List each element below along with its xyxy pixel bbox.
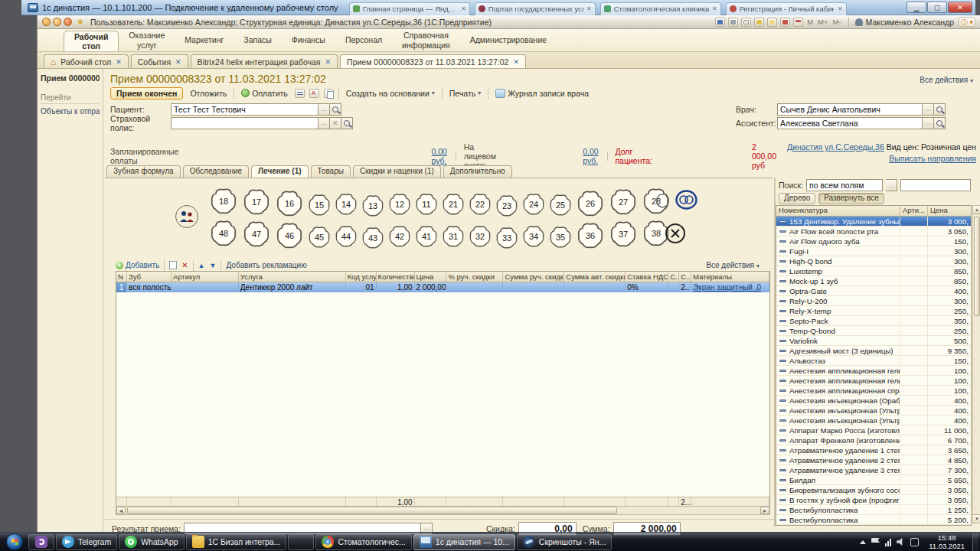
tooth-34[interactable]: 34 xyxy=(522,223,545,249)
header-cell[interactable]: % руч. скидки xyxy=(446,272,503,282)
show-desktop-button[interactable] xyxy=(972,533,978,551)
section-tab[interactable]: Запасы xyxy=(234,29,282,51)
create-based-on-button[interactable]: Создать на основании ▾ xyxy=(344,88,437,99)
section-tab[interactable]: Маркетинг xyxy=(175,29,234,51)
current-user[interactable]: Максименко Александр xyxy=(848,18,954,27)
row-cell[interactable] xyxy=(564,282,626,292)
scroll-up-icon[interactable]: ▲ xyxy=(973,206,980,214)
grid-all-actions-button[interactable]: Все действия ▾ xyxy=(706,261,760,269)
restore-button[interactable]: ▢ xyxy=(927,2,947,13)
doctor-journal-button[interactable]: Журнал записи врача xyxy=(493,88,591,99)
nomenclature-row[interactable]: High-Q bond300, xyxy=(776,256,971,266)
row-cell[interactable]: вся полость xyxy=(127,282,172,292)
nomenclature-row[interactable]: Анестезия инъекционная (Ораблок)400, xyxy=(776,396,971,406)
window-tab-close-icon[interactable]: ✕ xyxy=(116,58,122,66)
taskbar-button-whatsapp[interactable]: WhatsApp xyxy=(119,534,184,550)
nomenclature-row[interactable]: Адгезивный мост (3 единицы)9 350, xyxy=(776,346,971,356)
tooth-46[interactable]: 46 xyxy=(275,223,304,249)
section-tab[interactable]: Персонал xyxy=(335,29,392,51)
scrollbar-thumb[interactable] xyxy=(127,507,617,514)
tooth-13[interactable]: 13 xyxy=(361,193,384,219)
save-icon[interactable] xyxy=(715,18,725,27)
horizontal-scrollbar[interactable]: ◄ ► xyxy=(116,506,770,515)
taskbar-button-viber[interactable] xyxy=(28,534,54,550)
app-menu-icon[interactable] xyxy=(42,18,51,26)
nomenclature-row[interactable]: Rely-U-200300, xyxy=(776,296,971,306)
header-cell[interactable]: Количество xyxy=(377,272,415,282)
close-button[interactable]: ✕ xyxy=(948,2,972,13)
calendar-icon[interactable] xyxy=(793,18,803,27)
info-dropdown-button[interactable]: ⓘ ▾ xyxy=(959,17,975,27)
scroll-left-icon[interactable]: ◄ xyxy=(116,507,126,514)
header-cell[interactable]: N xyxy=(116,272,127,282)
browser-tab[interactable]: Стоматологическая клиника Д...✕ xyxy=(600,2,721,15)
column-price[interactable]: Цена xyxy=(928,206,971,216)
tab-1[interactable]: Зубная формула xyxy=(106,165,181,178)
clear-selection-icon[interactable] xyxy=(665,223,686,246)
calculator-icon[interactable] xyxy=(780,18,790,27)
keyboard-icon[interactable] xyxy=(910,538,919,546)
nomenclature-row[interactable]: Septo-Pack350, xyxy=(776,316,971,326)
nomenclature-row[interactable]: Анестезия аппликационная гель100, xyxy=(776,376,971,386)
nomenclature-row[interactable]: Luxotemp850, xyxy=(776,266,971,276)
nomenclature-row[interactable]: Анестезия аппликационная гель100, xyxy=(776,366,971,376)
policy-open-button[interactable] xyxy=(341,117,353,129)
window-tab-close-icon[interactable]: ✕ xyxy=(325,58,332,66)
header-cell[interactable]: Сумма руч. скидки xyxy=(503,272,564,282)
nomenclature-row[interactable]: Mock-up 1 зуб850, xyxy=(776,276,971,286)
tooth-26[interactable]: 26 xyxy=(576,191,605,217)
nomenclature-row[interactable]: Variolink500, xyxy=(776,336,971,346)
taskbar-button-telegram[interactable]: Telegram xyxy=(56,534,117,550)
header-cell[interactable]: Ставка НДС xyxy=(626,272,668,282)
preview-icon[interactable] xyxy=(741,18,751,27)
move-down-icon[interactable]: ▼ xyxy=(210,262,217,269)
nomenclature-row[interactable]: В гостях у зубной феи (профгигиена, у...… xyxy=(776,495,971,505)
row-cell[interactable] xyxy=(446,282,503,292)
section-tab[interactable]: Рабочий стол xyxy=(64,31,119,51)
nomenclature-row[interactable]: Атравматичное удаление 1 степени сл...3 … xyxy=(776,445,971,455)
tooth-27[interactable]: 27 xyxy=(609,189,638,215)
document-icon[interactable] xyxy=(324,89,334,98)
tooth-21[interactable]: 21 xyxy=(442,191,465,217)
form-all-actions-button[interactable]: Все действия ▾ xyxy=(920,76,973,84)
report-icon[interactable] xyxy=(295,89,305,98)
tooth-37[interactable]: 37 xyxy=(609,221,638,247)
taskbar-button-screenshot[interactable]: Скриншоты - Ян... xyxy=(517,534,612,550)
window-tab[interactable]: Прием 00000008323 от 11.03.2021 13:27:02… xyxy=(340,54,526,68)
section-tab[interactable]: Финансы xyxy=(282,29,335,51)
nomenclature-row[interactable]: Альвостаз150, xyxy=(776,356,971,366)
nomenclature-row[interactable]: Air Flow одного зуба150, xyxy=(776,236,971,246)
patient-select-button[interactable]: … xyxy=(318,103,330,116)
expand-all-button[interactable]: Развернуть все xyxy=(818,193,884,204)
window-tab[interactable]: События✕ xyxy=(131,54,188,68)
assistant-select-button[interactable]: … xyxy=(923,117,934,129)
tooth-42[interactable]: 42 xyxy=(388,223,411,249)
section-tab[interactable]: Оказание услуг xyxy=(119,29,175,51)
row-cell[interactable]: 2.. xyxy=(679,282,691,292)
nomenclature-row[interactable]: Биоревитализация зубного сосочка3 050, xyxy=(776,485,971,495)
policy-clear-button[interactable]: ✕ xyxy=(330,117,341,129)
tab-2[interactable]: Обследование xyxy=(183,165,249,178)
add-claim-button[interactable]: Добавить рекламацию xyxy=(226,261,306,269)
nomenclature-row[interactable]: Вестибулопластика5 200, xyxy=(776,515,971,525)
tooth-47[interactable]: 47 xyxy=(242,221,271,247)
browser-tab-close-icon[interactable]: ✕ xyxy=(712,5,717,12)
hold-button[interactable]: Отложить xyxy=(188,88,229,99)
tooth-36[interactable]: 36 xyxy=(576,223,605,249)
nomenclature-row[interactable]: Optra-Gate400, xyxy=(776,286,971,296)
tree-button[interactable]: Дерево xyxy=(779,193,815,204)
nomenclature-row[interactable]: Аппарат Френкеля (изготовление)6 700, xyxy=(776,435,971,445)
memory-m-button[interactable]: M xyxy=(807,18,813,26)
memory-mplus-button[interactable]: M+ xyxy=(818,18,828,26)
row-cell[interactable] xyxy=(503,282,564,292)
row-cell[interactable]: Дентикюр 2000 лайт xyxy=(239,282,346,292)
table-row[interactable]: 1вся полостьДентикюр 2000 лайт011,002 00… xyxy=(116,282,769,292)
favorites-icon[interactable] xyxy=(767,18,777,27)
doctor-select-button[interactable]: … xyxy=(923,103,934,116)
hidden-icons-chevron[interactable] xyxy=(860,540,866,544)
tooth-18[interactable]: 18 xyxy=(209,188,238,214)
copy-row-icon[interactable] xyxy=(169,261,177,269)
header-cell[interactable]: С... xyxy=(668,272,679,282)
favorites-star-icon[interactable]: ★ xyxy=(77,17,84,27)
tooth-31[interactable]: 31 xyxy=(442,223,465,249)
